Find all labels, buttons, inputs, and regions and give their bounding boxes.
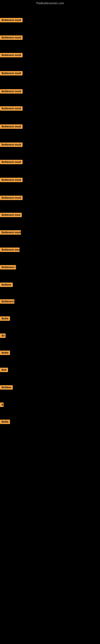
bottleneck-badge: Bottleneck result (0, 18, 23, 22)
bottleneck-badge: Bottle (0, 420, 10, 424)
bottleneck-badge: Bottleneck result (0, 89, 23, 94)
bottleneck-badge: Bott (0, 368, 8, 372)
bottleneck-badge: Bottleneck resul (0, 213, 22, 217)
bottleneck-badge: Bottleneck result (0, 71, 23, 76)
bottleneck-badge: Bottlene (0, 385, 13, 390)
bottleneck-badge: Bottleneck result (0, 196, 23, 200)
bottleneck-badge: Bottleneck result (0, 124, 23, 129)
site-title: TheBottlenecker.com (0, 0, 100, 6)
bottleneck-badge: Bottleneck result (0, 160, 23, 164)
bottleneck-badge: Bo (0, 334, 6, 338)
site-title-bar: TheBottlenecker.com (0, 0, 100, 6)
bottleneck-badge: Bottleneck result (0, 178, 23, 182)
bottleneck-badge: Bottleneck result (0, 106, 23, 111)
bottleneck-badge: Bottleneck result (0, 248, 20, 252)
bottleneck-badge: Bottleneck result (0, 142, 23, 147)
bottleneck-badge: B (0, 402, 3, 407)
bottleneck-badge: Bottleneck r (0, 265, 16, 270)
bottleneck-badge: Bottle (0, 350, 10, 355)
bottleneck-badge: Bottle (0, 316, 10, 321)
bottleneck-badge: Bottleneck (0, 299, 14, 304)
bottleneck-badge: Bottleneck result (0, 53, 23, 57)
bottleneck-badge: Bottlene (0, 282, 13, 287)
bottleneck-badge: Bottleneck result (0, 230, 21, 235)
bottleneck-badge: Bottleneck result (0, 36, 23, 40)
